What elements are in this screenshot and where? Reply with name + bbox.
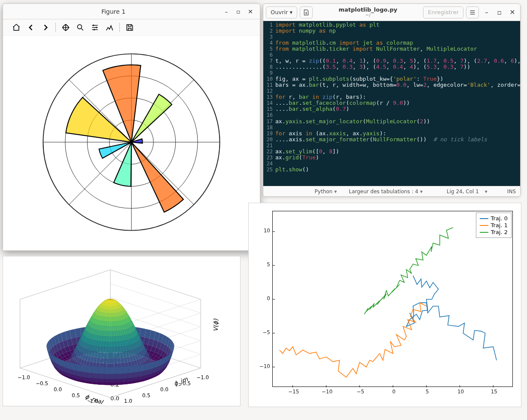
code-editor[interactable]: 1import matplotlib.pyplot as plt2import … [263, 21, 520, 186]
close-button[interactable]: ✕ [244, 7, 256, 16]
save-button-label: Enregistrer [428, 9, 459, 15]
svg-text:V(ϕ): V(ϕ) [212, 319, 219, 332]
y-tick: −5 [256, 329, 270, 335]
open-button-label: Ouvrir [271, 9, 288, 15]
surface-plot: 0.00.20.40.60.81.0−1.0−0.50.00.51.0−1.0−… [3, 256, 241, 407]
legend-label-2: Traj. 2 [491, 229, 508, 235]
svg-line-39 [110, 270, 201, 299]
save-button[interactable]: Enregistrer [423, 6, 463, 18]
figure-toolbar [3, 19, 260, 36]
y-tick: 0 [256, 295, 270, 301]
new-tab-button[interactable] [300, 6, 313, 18]
editor-filedir: ~/ [315, 13, 420, 18]
svg-text:0.0: 0.0 [54, 387, 62, 393]
svg-text:−1.0: −1.0 [18, 374, 30, 380]
svg-text:0.0: 0.0 [160, 387, 168, 393]
language-selector[interactable]: Python [315, 189, 337, 195]
zoom-icon[interactable] [74, 21, 87, 34]
y-tick: 10 [256, 228, 270, 234]
editor-close-button[interactable]: ✕ [507, 8, 518, 17]
svg-point-0 [77, 24, 82, 29]
configure-icon[interactable] [88, 21, 101, 34]
x-tick: 0 [387, 389, 400, 395]
editor-title: matplotlib_logo.py ~/ [315, 7, 420, 18]
svg-point-2 [96, 27, 97, 28]
figure-titlebar[interactable]: Figure 1 – ▫ ✕ [3, 4, 260, 19]
surface-plot-panel: 0.00.20.40.60.81.0−1.0−0.50.00.51.0−1.0−… [3, 256, 241, 406]
trajectory-legend: Traj. 0 Traj. 1 Traj. 2 [476, 213, 512, 238]
pan-icon[interactable] [59, 21, 72, 34]
figure-window: Figure 1 – ▫ ✕ [3, 3, 260, 251]
svg-point-3 [94, 29, 95, 30]
legend-swatch-1 [480, 225, 488, 226]
x-tick: −15 [287, 389, 300, 395]
svg-text:1.0: 1.0 [124, 398, 132, 404]
subplots-icon[interactable] [103, 21, 116, 34]
y-tick: −10 [256, 363, 270, 369]
open-button[interactable]: Ouvrir▾ [266, 6, 297, 18]
polar-plot-area[interactable] [3, 36, 260, 250]
svg-text:−0.5: −0.5 [36, 380, 48, 387]
legend-swatch-2 [480, 232, 488, 233]
y-tick: 5 [256, 262, 270, 268]
x-tick: −5 [354, 389, 367, 395]
x-tick: 10 [454, 389, 467, 395]
x-tick: −10 [320, 389, 333, 395]
editor-filename: matplotlib_logo.py [315, 7, 420, 13]
tabwidth-selector[interactable]: Largeur des tabulations : 4 [349, 189, 423, 195]
back-icon[interactable] [24, 21, 37, 34]
home-icon[interactable] [10, 21, 23, 34]
svg-text:0.5: 0.5 [142, 393, 150, 399]
editor-header: Ouvrir▾ matplotlib_logo.py ~/ Enregistre… [263, 4, 520, 21]
svg-text:−1.0: −1.0 [196, 374, 209, 380]
trajectory-plot-panel: Traj. 0 Traj. 1 Traj. 2 −15−10−5051015 −… [248, 203, 521, 407]
editor-minimize-button[interactable]: – [481, 8, 492, 17]
legend-label-0: Traj. 0 [491, 215, 508, 222]
cursor-position: Lig 24, Col 1 [447, 189, 479, 195]
x-tick: 5 [421, 389, 434, 395]
editor-window: Ouvrir▾ matplotlib_logo.py ~/ Enregistre… [263, 3, 521, 197]
save-icon[interactable] [123, 21, 136, 34]
svg-point-1 [93, 24, 94, 26]
minimize-button[interactable]: – [220, 7, 232, 16]
polar-chart [30, 41, 232, 243]
editor-statusbar: Python Largeur des tabulations : 4 Lig 2… [263, 186, 520, 196]
svg-line-22 [20, 270, 110, 299]
cursor-menu[interactable] [483, 189, 487, 195]
forward-icon[interactable] [39, 21, 52, 34]
legend-swatch-0 [480, 218, 488, 219]
editor-maximize-button[interactable]: ▫ [494, 8, 505, 17]
x-tick: 15 [487, 389, 500, 395]
figure-title: Figure 1 [6, 8, 220, 15]
hamburger-button[interactable] [466, 6, 479, 18]
maximize-button[interactable]: ▫ [232, 7, 244, 16]
insert-mode[interactable]: INS [507, 189, 516, 195]
chevron-down-icon: ▾ [289, 9, 292, 15]
legend-label-1: Traj. 1 [491, 222, 508, 228]
svg-text:0.5: 0.5 [72, 393, 80, 399]
